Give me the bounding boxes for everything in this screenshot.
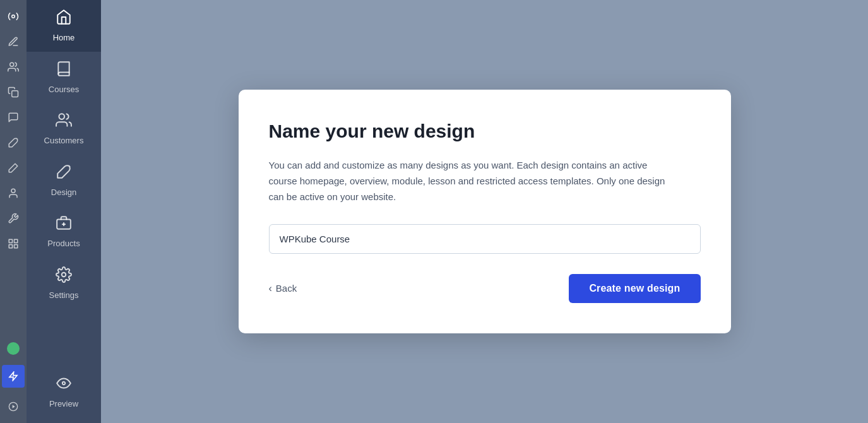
sidebar-item-courses[interactable]: Courses [27,52,101,104]
rail-brush-icon[interactable] [2,131,25,154]
svg-rect-6 [15,239,18,242]
products-label: Products [47,239,80,249]
rail-copy-icon[interactable] [2,81,25,104]
customers-icon [56,112,72,132]
sidebar-item-design[interactable]: Design [27,155,101,206]
products-icon [56,215,72,235]
rail-grid-icon[interactable] [2,232,25,255]
back-button[interactable]: ‹ Back [269,278,297,299]
rail-chat-icon[interactable] [2,106,25,129]
svg-marker-3 [9,164,18,172]
svg-rect-5 [9,239,12,242]
rail-wrench-icon[interactable] [2,207,25,230]
courses-label: Courses [49,85,79,95]
sidebar-item-preview[interactable]: Preview [27,366,101,418]
design-icon [56,164,72,184]
rail-edit-icon[interactable] [2,157,25,179]
icon-rail [0,0,27,423]
create-label: Create new design [589,283,680,294]
rail-user-icon[interactable] [2,182,25,205]
svg-rect-7 [15,245,18,248]
rail-dashboard-icon[interactable] [2,5,25,28]
svg-point-0 [12,15,15,18]
modal-description: You can add and customize as many design… [269,158,673,205]
svg-point-4 [11,189,15,193]
settings-label: Settings [49,290,79,301]
notification-bar[interactable] [2,365,25,388]
modal-title: Name your new design [269,120,701,143]
svg-rect-8 [9,245,12,248]
modal-footer: ‹ Back Create new design [269,274,701,303]
preview-label: Preview [49,399,78,409]
courses-icon [56,61,72,81]
home-icon [56,9,72,29]
back-chevron-icon: ‹ [269,283,272,294]
svg-rect-2 [12,91,18,97]
preview-icon [56,375,72,395]
sidebar-item-customers[interactable]: Customers [27,103,101,155]
back-label: Back [276,283,297,294]
sidebar-item-products[interactable]: Products [27,206,101,258]
design-label: Design [51,188,76,198]
home-label: Home [53,33,75,43]
svg-point-1 [10,63,14,66]
svg-point-15 [62,273,66,277]
svg-marker-10 [13,405,15,408]
svg-point-16 [62,382,65,384]
rail-group-icon[interactable] [2,56,25,78]
play-icon[interactable] [2,395,25,418]
sidebar-item-settings[interactable]: Settings [27,258,101,309]
sidebar: Home Courses Customers Design [27,0,101,423]
sidebar-item-home[interactable]: Home [27,0,101,52]
customers-label: Customers [44,136,84,146]
status-dot [7,342,20,355]
create-design-button[interactable]: Create new design [569,274,700,303]
main-content: Name your new design You can add and cus… [101,0,868,423]
rail-pencil-icon[interactable] [2,30,25,53]
svg-point-11 [59,114,64,119]
design-name-input[interactable] [269,224,701,254]
settings-icon [56,266,72,287]
name-design-modal: Name your new design You can add and cus… [239,90,731,333]
